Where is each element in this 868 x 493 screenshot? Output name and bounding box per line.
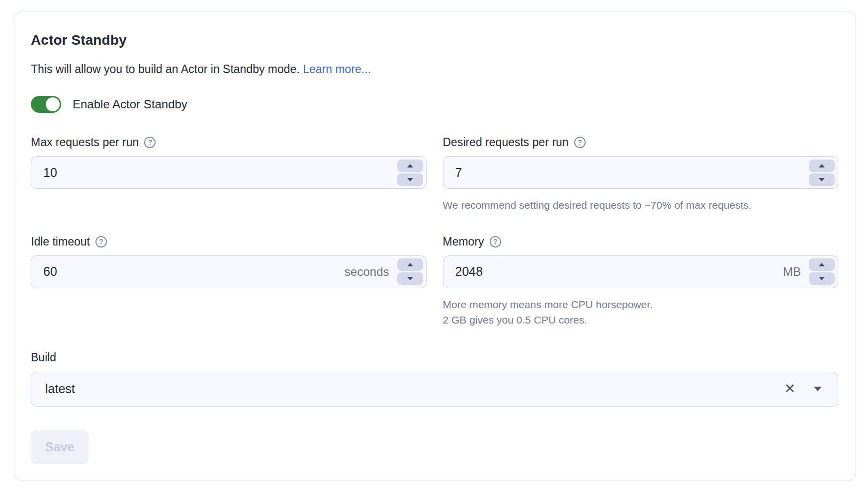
enable-standby-row: Enable Actor Standby (31, 96, 838, 113)
memory-helper: More memory means more CPU horsepower. 2… (443, 297, 839, 328)
chevron-up-icon (819, 263, 825, 266)
clear-icon[interactable]: ✕ (784, 382, 795, 396)
build-select-value: latest (45, 382, 784, 396)
settings-grid: Max requests per run Desired requests pe… (31, 136, 838, 328)
stepper-up-button[interactable] (397, 258, 423, 271)
memory-stepper (809, 258, 835, 285)
field-max-requests: Max requests per run (31, 136, 427, 213)
memory-helper-line-1: More memory means more CPU horsepower. (443, 297, 839, 313)
actor-standby-card: Actor Standby This will allow you to bui… (14, 11, 856, 481)
chevron-down-icon (407, 178, 413, 181)
question-mark-icon[interactable] (574, 137, 586, 148)
build-select[interactable]: latest ✕ (31, 372, 838, 407)
memory-unit: MB (783, 265, 801, 279)
question-mark-icon[interactable] (144, 137, 156, 148)
stepper-up-button[interactable] (809, 160, 835, 172)
toggle-label: Enable Actor Standby (73, 97, 187, 111)
memory-label: Memory (443, 235, 484, 248)
chevron-down-icon (407, 277, 413, 280)
chevron-down-icon (819, 277, 825, 280)
learn-more-link[interactable]: Learn more... (303, 63, 371, 76)
dropdown-caret-icon[interactable] (814, 387, 822, 391)
save-button[interactable]: Save (31, 430, 88, 464)
stepper-down-button[interactable] (809, 272, 835, 285)
idle-timeout-input-wrap: seconds (31, 255, 427, 288)
idle-timeout-label: Idle timeout (31, 235, 90, 248)
field-idle-timeout: Idle timeout seconds (31, 235, 427, 328)
page-title: Actor Standby (31, 32, 838, 48)
field-desired-requests: Desired requests per run We recommend se… (443, 136, 839, 213)
description-text: This will allow you to build an Actor in… (31, 63, 838, 76)
field-build: Build latest ✕ (31, 351, 838, 407)
description-body: This will allow you to build an Actor in… (31, 63, 300, 76)
max-requests-label: Max requests per run (31, 136, 139, 149)
max-requests-input-wrap (31, 156, 427, 189)
stepper-down-button[interactable] (397, 173, 423, 186)
chevron-down-icon (819, 178, 825, 181)
chevron-up-icon (407, 263, 413, 266)
question-mark-icon[interactable] (490, 236, 501, 247)
max-requests-input[interactable] (31, 157, 397, 188)
desired-requests-helper: We recommend setting desired requests to… (443, 197, 839, 213)
chevron-up-icon (407, 164, 413, 167)
desired-requests-input-wrap (443, 156, 839, 189)
memory-helper-line-2: 2 GB gives you 0.5 CPU cores. (443, 312, 839, 328)
field-memory: Memory MB More memory means more CPU hor… (443, 235, 839, 328)
desired-requests-input[interactable] (443, 157, 809, 188)
toggle-knob (46, 97, 60, 111)
memory-input[interactable] (443, 256, 783, 288)
stepper-up-button[interactable] (397, 160, 423, 172)
desired-requests-label: Desired requests per run (443, 136, 569, 149)
enable-standby-toggle[interactable] (31, 96, 61, 113)
idle-timeout-stepper (397, 258, 423, 285)
chevron-up-icon (819, 164, 825, 167)
stepper-up-button[interactable] (809, 258, 835, 271)
desired-requests-stepper (809, 160, 835, 186)
idle-timeout-input[interactable] (31, 256, 345, 288)
build-label: Build (31, 351, 838, 364)
stepper-down-button[interactable] (809, 173, 835, 186)
stepper-down-button[interactable] (397, 272, 423, 285)
memory-input-wrap: MB (443, 255, 839, 288)
question-mark-icon[interactable] (95, 236, 107, 247)
max-requests-stepper (397, 160, 423, 186)
idle-timeout-unit: seconds (345, 265, 389, 279)
